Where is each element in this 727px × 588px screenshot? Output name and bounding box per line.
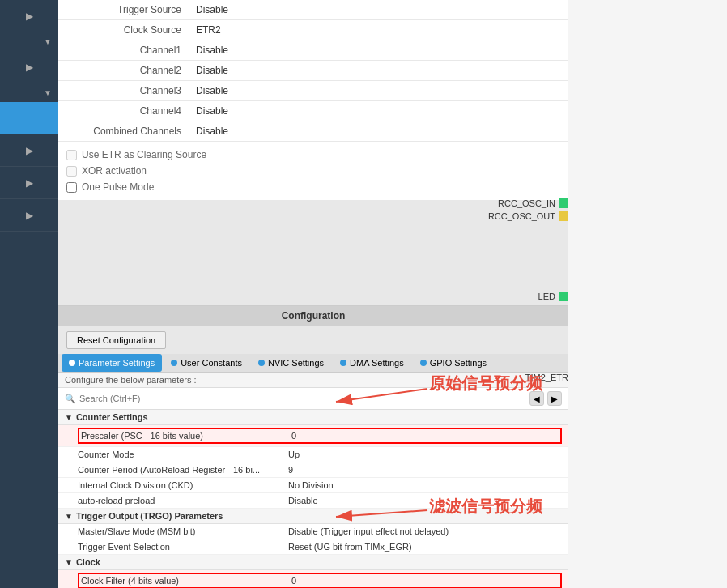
param-name: Clock Filter (4 bits value) <box>81 576 291 586</box>
config-row-value: Disable <box>188 0 568 20</box>
search-input[interactable] <box>79 394 526 403</box>
rcc-osc-in-text: RCC_OSC_IN <box>498 198 555 208</box>
config-row-value: Disable <box>188 121 568 142</box>
one-pulse-checkbox[interactable] <box>66 182 77 193</box>
reset-config-button[interactable]: Reset Configuration <box>66 331 166 349</box>
config-row: Channel3 Disable <box>58 81 568 101</box>
section-chevron: ▼ <box>65 558 73 567</box>
one-pulse-label: One Pulse Mode <box>82 181 154 193</box>
config-panel: Configuration Reset Configuration Parame… <box>58 305 568 588</box>
param-value: No Division <box>288 480 562 490</box>
tab-nvic-settings[interactable]: NVIC Settings <box>251 354 331 372</box>
search-next-button[interactable]: ▶ <box>547 391 562 406</box>
rcc-osc-out-label: RCC_OSC_OUT <box>488 211 568 221</box>
config-row: Trigger Source Disable <box>58 0 568 20</box>
checkbox-use-etr: Use ETR as Clearing Source <box>66 147 560 163</box>
checkbox-xor: XOR activation <box>66 163 560 179</box>
annotation-2: 滤波信号预分频 <box>429 496 542 518</box>
param-row: Counter ModeUp <box>58 447 568 462</box>
checkbox-one-pulse: One Pulse Mode <box>66 179 560 195</box>
sidebar-item-5[interactable]: ▶ <box>0 199 58 232</box>
config-table: Trigger Source Disable Clock Source ETR2… <box>58 0 568 142</box>
section-title: Trigger Output (TRGO) Parameters <box>76 511 223 521</box>
config-row-value: ETR2 <box>188 20 568 40</box>
param-value: Disable (Trigger input effect not delaye… <box>288 526 562 536</box>
chevron-right-icon-2: ▶ <box>26 62 33 73</box>
param-name: auto-reload preload <box>78 496 288 505</box>
config-panel-title: Configuration <box>58 306 568 326</box>
config-row-label: Clock Source <box>58 20 188 40</box>
rcc-osc-out-dot <box>559 211 568 221</box>
tab-dot <box>171 360 177 366</box>
config-row-value: Disable <box>188 81 568 101</box>
right-panel <box>568 0 727 588</box>
tab-dot <box>258 360 265 366</box>
tab-dma-settings[interactable]: DMA Settings <box>333 354 411 372</box>
chevron-right-icon-3: ▶ <box>26 145 33 156</box>
config-row-label: Channel1 <box>58 40 188 61</box>
param-row: Prescaler (PSC - 16 bits value)0 <box>58 425 568 447</box>
config-row: Combined Channels Disable <box>58 121 568 142</box>
tab-user-constants[interactable]: User Constants <box>164 354 249 372</box>
config-row-value: Disable <box>188 40 568 61</box>
config-row-label: Combined Channels <box>58 121 188 142</box>
param-value: 9 <box>288 465 562 475</box>
param-row: Counter Period (AutoReload Register - 16… <box>58 462 568 478</box>
tabs-row: Parameter SettingsUser ConstantsNVIC Set… <box>58 354 568 373</box>
param-row: Internal Clock Division (CKD)No Division <box>58 478 568 493</box>
tab-dot <box>69 360 75 366</box>
sidebar-item-2[interactable]: ▶ <box>0 51 58 83</box>
sidebar-item-4[interactable]: ▶ <box>0 167 58 199</box>
sidebar-item-3[interactable]: ▶ <box>0 134 58 167</box>
section-header-clock[interactable]: ▼Clock <box>58 555 568 570</box>
checkbox-section: Use ETR as Clearing Source XOR activatio… <box>58 142 568 200</box>
rcc-osc-in-label: RCC_OSC_IN <box>498 198 568 208</box>
tab-label: NVIC Settings <box>268 358 324 368</box>
config-row-label: Trigger Source <box>58 0 188 20</box>
config-row-label: Channel3 <box>58 81 188 101</box>
section-title: Clock <box>76 557 100 567</box>
chevron-right-icon-5: ▶ <box>26 210 33 221</box>
sidebar-chevron-1: ▼ <box>0 32 58 51</box>
sidebar-item-active[interactable] <box>0 102 58 134</box>
config-row: Channel4 Disable <box>58 101 568 121</box>
config-row-value: Disable <box>188 61 568 81</box>
use-etr-label: Use ETR as Clearing Source <box>82 149 206 160</box>
sidebar-chevron-2: ▼ <box>0 83 58 102</box>
tab-label: DMA Settings <box>350 358 404 368</box>
tab-parameter-settings[interactable]: Parameter Settings <box>62 354 162 372</box>
led-dot <box>559 292 568 301</box>
tab-label: User Constants <box>181 358 242 368</box>
tab-gpio-settings[interactable]: GPIO Settings <box>413 354 494 372</box>
config-row: Channel2 Disable <box>58 61 568 81</box>
param-name: Trigger Event Selection <box>78 542 288 552</box>
use-etr-checkbox[interactable] <box>66 150 77 160</box>
xor-checkbox[interactable] <box>66 166 77 177</box>
section-title: Counter Settings <box>76 412 148 422</box>
rcc-osc-out-text: RCC_OSC_OUT <box>488 211 555 221</box>
led-label: LED <box>538 292 568 301</box>
param-value: 0 <box>291 576 559 586</box>
config-row-value: Disable <box>188 101 568 121</box>
tab-dot <box>420 360 427 366</box>
rcc-labels: RCC_OSC_IN RCC_OSC_OUT <box>488 198 568 221</box>
annotation-1: 原始信号预分频 <box>429 373 542 394</box>
tab-dot <box>340 360 346 366</box>
sidebar: ▶ ▼ ▶ ▼ ▶ ▶ ▶ <box>0 0 58 588</box>
tab-label: Parameter Settings <box>79 358 155 368</box>
chevron-right-icon-4: ▶ <box>26 177 33 189</box>
param-value: Up <box>288 450 562 459</box>
section-header-counter-settings[interactable]: ▼Counter Settings <box>58 410 568 425</box>
tab-label: GPIO Settings <box>430 358 487 368</box>
xor-label: XOR activation <box>82 165 147 177</box>
sidebar-item-1[interactable]: ▶ <box>0 0 58 32</box>
section-chevron: ▼ <box>65 413 73 422</box>
param-name: Counter Period (AutoReload Register - 16… <box>78 465 288 475</box>
config-row: Channel1 Disable <box>58 40 568 61</box>
param-name: Master/Slave Mode (MSM bit) <box>78 526 288 536</box>
config-row: Clock Source ETR2 <box>58 20 568 40</box>
param-row: Master/Slave Mode (MSM bit)Disable (Trig… <box>58 524 568 539</box>
led-text: LED <box>538 292 555 301</box>
param-value: Reset (UG bit from TIMx_EGR) <box>288 542 562 552</box>
rcc-osc-in-dot <box>559 198 568 208</box>
